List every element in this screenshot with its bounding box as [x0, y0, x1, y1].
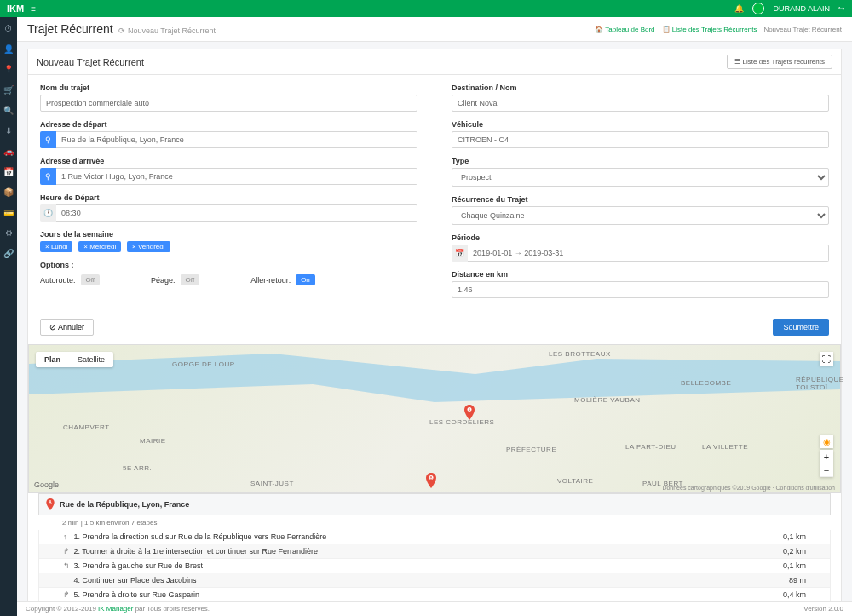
- page-header: Trajet Récurrent ⟳ Nouveau Trajet Récurr…: [17, 17, 852, 42]
- distance-input[interactable]: [452, 281, 829, 298]
- sidebar-settings-icon[interactable]: ⚙: [3, 227, 14, 239]
- calendar-icon: 📅: [452, 245, 468, 262]
- page-title: Trajet Récurrent: [27, 22, 113, 36]
- map[interactable]: CHAMPVERT MAIRIE 5E ARR. GORGE DE LOUP S…: [28, 344, 841, 493]
- jours-tags[interactable]: × Lundi × Mercredi × Vendredi: [40, 241, 417, 252]
- breadcrumb: 🏠 Tableau de Bord 📋 Liste des Trajets Ré…: [595, 26, 842, 33]
- topbar: IKM ≡ 🔔 DURAND ALAIN ↪: [0, 0, 852, 17]
- footer-link[interactable]: IK Manager: [98, 605, 135, 613]
- options-label: Options :: [40, 261, 417, 269]
- pegman-icon[interactable]: ◉: [820, 435, 833, 448]
- clock-icon: 🕐: [40, 204, 56, 222]
- periode-input[interactable]: [468, 245, 829, 262]
- zoom-in-button[interactable]: +: [820, 450, 833, 463]
- peage-toggle[interactable]: Off: [181, 274, 200, 285]
- sidebar-cart-icon[interactable]: 🛒: [3, 83, 14, 95]
- sidebar-user-icon[interactable]: 👤: [3, 43, 14, 55]
- arrivee-addon-icon[interactable]: ⚲: [40, 168, 56, 185]
- destination-label: Destination / Nom: [452, 83, 829, 92]
- arrivee-label: Adresse d'arrivée: [40, 157, 417, 165]
- tag-vendredi[interactable]: × Vendredi: [127, 241, 170, 252]
- type-select[interactable]: Prospect: [452, 168, 829, 187]
- google-logo: Google: [34, 481, 59, 489]
- pin-a-icon: A: [46, 498, 55, 510]
- recurrence-select[interactable]: Chaque Quinzaine: [452, 206, 829, 225]
- depart-addon-icon[interactable]: ⚲: [40, 131, 56, 148]
- destination-input[interactable]: [452, 95, 829, 112]
- arrivee-input[interactable]: [56, 168, 417, 185]
- periode-label: Période: [452, 233, 829, 242]
- type-label: Type: [452, 157, 829, 165]
- breadcrumb-current: Nouveau Trajet Récurrent: [763, 26, 842, 33]
- bell-icon[interactable]: 🔔: [734, 4, 744, 13]
- nom-input[interactable]: [40, 95, 417, 112]
- route-step: ↑ 1. Prendre la direction sud sur Rue de…: [39, 530, 830, 544]
- jours-label: Jours de la semaine: [40, 230, 417, 239]
- fullscreen-icon[interactable]: ⛶: [820, 352, 833, 366]
- sidebar-search-icon[interactable]: 🔍: [3, 104, 14, 116]
- recurrence-label: Récurrence du Trajet: [452, 195, 829, 204]
- tag-lundi[interactable]: × Lundi: [40, 241, 72, 252]
- sidebar: ⏱ 👤 📍 🛒 🔍 ⬇ 🚗 📅 📦 💳 ⚙ 🔗: [0, 17, 17, 616]
- submit-button[interactable]: Soumettre: [773, 319, 829, 336]
- list-button[interactable]: ☰ Liste des Trajets récurrents: [727, 55, 832, 69]
- svg-text:B: B: [429, 476, 432, 481]
- map-zoom: + −: [820, 450, 833, 477]
- svg-text:A: A: [468, 408, 470, 412]
- sidebar-card-icon[interactable]: 💳: [3, 206, 14, 218]
- autoroute-label: Autoroute:: [40, 276, 76, 285]
- route-start-text: Rue de la République, Lyon, France: [60, 500, 189, 509]
- peage-label: Péage:: [151, 276, 176, 285]
- map-plan-tab[interactable]: Plan: [36, 352, 69, 367]
- sidebar-share-icon[interactable]: 🔗: [3, 247, 14, 259]
- route-step: ↰ 3. Prendre à gauche sur Rue de Brest0,…: [39, 559, 830, 573]
- map-attribution: Données cartographiques ©2019 Google · C…: [662, 485, 835, 491]
- avatar[interactable]: [752, 3, 764, 14]
- sidebar-dashboard-icon[interactable]: ⏱: [3, 22, 14, 34]
- brand-logo[interactable]: IKM: [7, 3, 24, 14]
- route-step: 4. Continuer sur Place des Jacobins89 m: [39, 573, 830, 588]
- heure-label: Heure de Départ: [40, 193, 417, 202]
- heure-input[interactable]: [56, 204, 417, 222]
- map-pin-b: B: [425, 473, 437, 488]
- footer-copyright: Copyright © 2012-2019: [26, 605, 98, 613]
- zoom-out-button[interactable]: −: [820, 463, 833, 477]
- vehicule-label: Véhicule: [452, 120, 829, 129]
- depart-label: Adresse de départ: [40, 120, 417, 129]
- sidebar-calendar-icon[interactable]: 📅: [3, 165, 14, 177]
- nom-label: Nom du trajet: [40, 83, 417, 92]
- logout-icon[interactable]: ↪: [838, 4, 845, 13]
- map-satellite-tab[interactable]: Satellite: [69, 352, 113, 367]
- user-name[interactable]: DURAND ALAIN: [773, 4, 830, 13]
- allerretour-toggle[interactable]: On: [296, 274, 315, 285]
- map-pin-a: A: [463, 405, 475, 420]
- footer-rights: par Tous droits réservés.: [135, 605, 210, 613]
- tag-mercredi[interactable]: × Mercredi: [78, 241, 121, 252]
- map-type-control[interactable]: Plan Satellite: [36, 352, 113, 367]
- sidebar-box-icon[interactable]: 📦: [3, 186, 14, 198]
- autoroute-toggle[interactable]: Off: [81, 274, 101, 285]
- distance-label: Distance en km: [452, 270, 829, 279]
- footer-version: Version 2.0.0: [803, 605, 843, 613]
- vehicule-input[interactable]: [452, 131, 829, 148]
- cancel-button[interactable]: ⊘ Annuler: [40, 319, 94, 336]
- menu-toggle-icon[interactable]: ≡: [31, 4, 36, 14]
- depart-input[interactable]: [56, 131, 417, 148]
- breadcrumb-list[interactable]: 📋 Liste des Trajets Récurrents: [662, 26, 757, 33]
- footer: Copyright © 2012-2019 IK Manager par Tou…: [17, 601, 852, 616]
- breadcrumb-dashboard[interactable]: 🏠 Tableau de Bord: [595, 26, 654, 33]
- route-start-header: A Rue de la République, Lyon, France: [38, 493, 831, 515]
- route-step: ↱ 2. Tourner à droite à la 1re intersect…: [39, 544, 830, 559]
- route-summary: 2 min | 1.5 km environ 7 étapes: [38, 515, 831, 530]
- sidebar-car-icon[interactable]: 🚗: [3, 145, 14, 157]
- sidebar-location-icon[interactable]: 📍: [3, 63, 14, 75]
- panel-title: Nouveau Trajet Récurrent: [37, 57, 144, 67]
- sidebar-download-icon[interactable]: ⬇: [3, 124, 14, 136]
- page-subtitle: ⟳ Nouveau Trajet Récurrent: [118, 26, 216, 35]
- allerretour-label: Aller-retour:: [250, 276, 291, 285]
